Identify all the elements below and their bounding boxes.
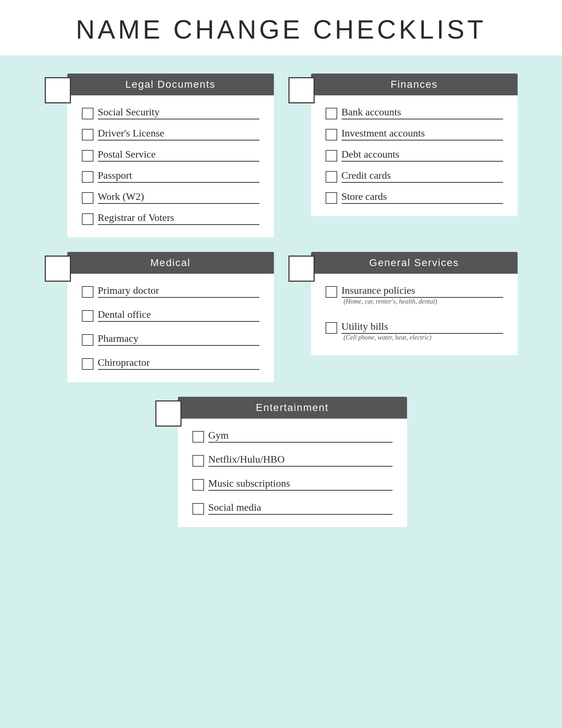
- insurance-item-row: Insurance policies: [326, 281, 503, 298]
- legal-section-card: Legal Documents Social Security Driver's…: [67, 74, 274, 237]
- bank-accounts-checkbox[interactable]: [326, 108, 337, 119]
- gym-checkbox[interactable]: [192, 431, 204, 443]
- list-item: Debt accounts: [326, 145, 503, 163]
- netflix-label: Netflix/Hulu/HBO: [208, 454, 392, 467]
- entertainment-section-title: Entertainment: [178, 397, 407, 419]
- social-security-checkbox[interactable]: [82, 108, 93, 119]
- dental-office-label: Dental office: [98, 309, 259, 322]
- registrar-checkbox[interactable]: [82, 213, 93, 225]
- medical-section-card: Medical Primary doctor Dental office Pha…: [67, 252, 274, 382]
- social-security-label: Social Security: [98, 106, 259, 119]
- legal-section-title: Legal Documents: [67, 74, 274, 95]
- dental-office-checkbox[interactable]: [82, 310, 93, 322]
- general-section-checkbox[interactable]: [288, 256, 315, 282]
- music-label: Music subscriptions: [208, 478, 392, 491]
- middle-row: Medical Primary doctor Dental office Pha…: [45, 252, 518, 382]
- postal-service-checkbox[interactable]: [82, 150, 93, 162]
- list-item: Passport: [82, 166, 259, 184]
- list-item: Netflix/Hulu/HBO: [192, 450, 392, 468]
- utility-item-row: Utility bills: [326, 317, 503, 334]
- utility-sublabel: (Cell phone, water, heat, electric): [326, 334, 503, 344]
- list-item: Credit cards: [326, 166, 503, 184]
- investment-accounts-checkbox[interactable]: [326, 129, 337, 141]
- social-media-checkbox[interactable]: [192, 503, 204, 515]
- list-item: Bank accounts: [326, 103, 503, 121]
- list-item: Music subscriptions: [192, 474, 392, 492]
- work-w2-label: Work (W2): [98, 191, 259, 204]
- store-cards-label: Store cards: [342, 191, 503, 204]
- primary-doctor-checkbox[interactable]: [82, 286, 93, 298]
- medical-section-body: Primary doctor Dental office Pharmacy Ch…: [67, 274, 274, 382]
- list-item: Dental office: [82, 305, 259, 323]
- title-bar: NAME CHANGE CHECKLIST: [0, 0, 562, 55]
- list-item: Pharmacy: [82, 329, 259, 347]
- entertainment-section-checkbox[interactable]: [155, 400, 182, 427]
- gym-label: Gym: [208, 430, 392, 443]
- medical-section-title: Medical: [67, 252, 274, 274]
- list-item: Utility bills (Cell phone, water, heat, …: [326, 317, 503, 344]
- credit-cards-label: Credit cards: [342, 170, 503, 183]
- list-item: Primary doctor: [82, 281, 259, 299]
- debt-accounts-checkbox[interactable]: [326, 150, 337, 162]
- main-content: Legal Documents Social Security Driver's…: [45, 74, 518, 527]
- list-item: Work (W2): [82, 187, 259, 205]
- chiropractor-label: Chiropractor: [98, 357, 259, 370]
- social-media-label: Social media: [208, 502, 392, 515]
- finances-section-title: Finances: [311, 74, 518, 95]
- list-item: Investment accounts: [326, 124, 503, 142]
- general-section-title: General Services: [311, 252, 518, 274]
- work-w2-checkbox[interactable]: [82, 192, 93, 204]
- bank-accounts-label: Bank accounts: [342, 106, 503, 119]
- list-item: Chiropractor: [82, 353, 259, 371]
- music-checkbox[interactable]: [192, 479, 204, 491]
- entertainment-section-card: Entertainment Gym Netflix/Hulu/HBO Music…: [178, 397, 407, 527]
- list-item: Registrar of Voters: [82, 208, 259, 226]
- investment-accounts-label: Investment accounts: [342, 127, 503, 141]
- insurance-sublabel: (Home, car, renter's, health, dental): [326, 298, 503, 308]
- list-item: Driver's License: [82, 124, 259, 142]
- top-row: Legal Documents Social Security Driver's…: [45, 74, 518, 237]
- pharmacy-label: Pharmacy: [98, 333, 259, 346]
- finances-section-checkbox[interactable]: [288, 77, 315, 103]
- legal-section-checkbox[interactable]: [45, 77, 71, 103]
- store-cards-checkbox[interactable]: [326, 192, 337, 204]
- legal-section-body: Social Security Driver's License Postal …: [67, 95, 274, 237]
- drivers-license-checkbox[interactable]: [82, 129, 93, 141]
- page-title: NAME CHANGE CHECKLIST: [0, 15, 562, 44]
- medical-section-checkbox[interactable]: [45, 256, 71, 282]
- passport-checkbox[interactable]: [82, 171, 93, 183]
- insurance-label: Insurance policies: [342, 285, 503, 298]
- credit-cards-checkbox[interactable]: [326, 171, 337, 183]
- debt-accounts-label: Debt accounts: [342, 149, 503, 162]
- list-item: Gym: [192, 426, 392, 444]
- list-item: Insurance policies (Home, car, renter's,…: [326, 281, 503, 308]
- bottom-row: Entertainment Gym Netflix/Hulu/HBO Music…: [45, 397, 518, 527]
- general-section-card: General Services Insurance policies (Hom…: [311, 252, 518, 355]
- utility-checkbox[interactable]: [326, 322, 337, 334]
- drivers-license-label: Driver's License: [98, 127, 259, 141]
- list-item: Postal Service: [82, 145, 259, 163]
- postal-service-label: Postal Service: [98, 149, 259, 162]
- general-section-body: Insurance policies (Home, car, renter's,…: [311, 274, 518, 355]
- utility-label: Utility bills: [342, 321, 503, 334]
- primary-doctor-label: Primary doctor: [98, 285, 259, 298]
- netflix-checkbox[interactable]: [192, 455, 204, 467]
- finances-section-card: Finances Bank accounts Investment accoun…: [311, 74, 518, 216]
- pharmacy-checkbox[interactable]: [82, 334, 93, 346]
- finances-section-body: Bank accounts Investment accounts Debt a…: [311, 95, 518, 216]
- passport-label: Passport: [98, 170, 259, 183]
- list-item: Social media: [192, 498, 392, 516]
- list-item: Store cards: [326, 187, 503, 205]
- list-item: Social Security: [82, 103, 259, 121]
- chiropractor-checkbox[interactable]: [82, 358, 93, 370]
- entertainment-section-body: Gym Netflix/Hulu/HBO Music subscriptions…: [178, 419, 407, 527]
- insurance-checkbox[interactable]: [326, 286, 337, 298]
- registrar-label: Registrar of Voters: [98, 212, 259, 225]
